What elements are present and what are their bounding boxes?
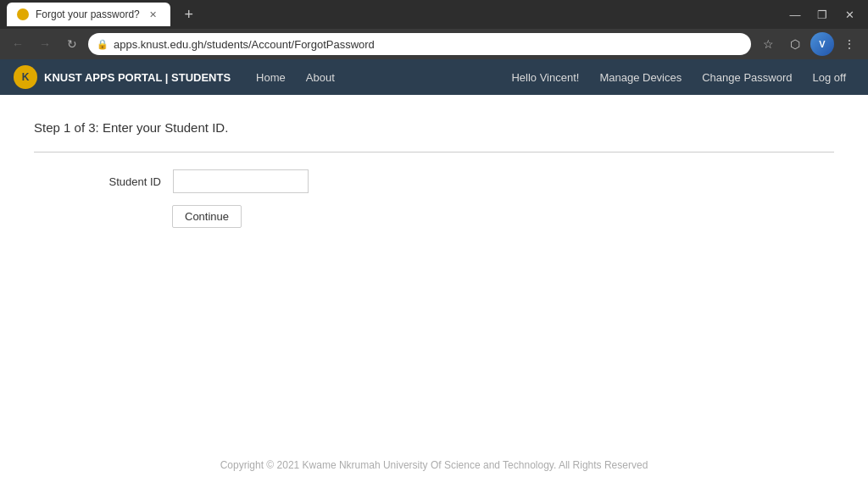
nav-hello: Hello Vincent! xyxy=(503,68,587,87)
nav-home[interactable]: Home xyxy=(248,68,294,87)
student-id-input[interactable] xyxy=(173,169,309,193)
lock-icon: 🔒 xyxy=(97,39,108,50)
nav-about[interactable]: About xyxy=(298,68,343,87)
tab-close-button[interactable]: ✕ xyxy=(147,8,160,21)
window-controls: — ❐ ✕ xyxy=(783,3,861,26)
step-title: Step 1 of 3: Enter your Student ID. xyxy=(34,120,834,135)
star-button[interactable]: ☆ xyxy=(756,32,780,56)
forward-button[interactable]: → xyxy=(34,33,56,55)
close-button[interactable]: ✕ xyxy=(837,3,861,26)
reload-button[interactable]: ↻ xyxy=(61,33,83,55)
new-tab-button[interactable]: + xyxy=(177,3,201,26)
tab-favicon xyxy=(17,8,29,20)
extensions-button[interactable]: ⬡ xyxy=(783,32,807,56)
brand-logo: K xyxy=(14,65,37,89)
nav-links: Home About xyxy=(248,68,343,87)
menu-button[interactable]: ⋮ xyxy=(837,32,861,56)
site-footer: Copyright © 2021 Kwame Nkrumah Universit… xyxy=(0,459,868,471)
restore-button[interactable]: ❐ xyxy=(810,3,834,26)
browser-titlebar: Forgot your password? ✕ + — ❐ ✕ xyxy=(0,0,868,29)
copyright-text: Copyright © 2021 Kwame Nkrumah Universit… xyxy=(220,459,648,471)
back-button[interactable]: ← xyxy=(7,33,29,55)
address-text: apps.knust.edu.gh/students/Account/Forgo… xyxy=(114,38,743,51)
brand-text: KNUST APPS PORTAL | STUDENTS xyxy=(44,71,231,84)
student-id-row: Student ID xyxy=(34,169,834,193)
brand-logo-text: K xyxy=(22,71,30,83)
continue-button[interactable]: Continue xyxy=(172,205,242,228)
profile-avatar[interactable]: V xyxy=(810,32,834,56)
addressbar-actions: ☆ ⬡ V ⋮ xyxy=(756,32,861,56)
form-divider xyxy=(34,152,834,152)
nav-change-password[interactable]: Change Password xyxy=(693,68,800,87)
address-bar[interactable]: 🔒 apps.knust.edu.gh/students/Account/For… xyxy=(88,33,751,55)
nav-right: Hello Vincent! Manage Devices Change Pas… xyxy=(503,68,854,87)
tab-title: Forgot your password? xyxy=(36,8,140,20)
main-content: Step 1 of 3: Enter your Student ID. Stud… xyxy=(0,95,868,253)
nav-log-off[interactable]: Log off xyxy=(804,68,854,87)
minimize-button[interactable]: — xyxy=(783,3,807,26)
nav-manage-devices[interactable]: Manage Devices xyxy=(591,68,690,87)
site-navbar: K KNUST APPS PORTAL | STUDENTS Home Abou… xyxy=(0,59,868,95)
student-id-label: Student ID xyxy=(85,175,161,188)
browser-tab[interactable]: Forgot your password? ✕ xyxy=(7,3,170,26)
browser-addressbar: ← → ↻ 🔒 apps.knust.edu.gh/students/Accou… xyxy=(0,29,868,59)
